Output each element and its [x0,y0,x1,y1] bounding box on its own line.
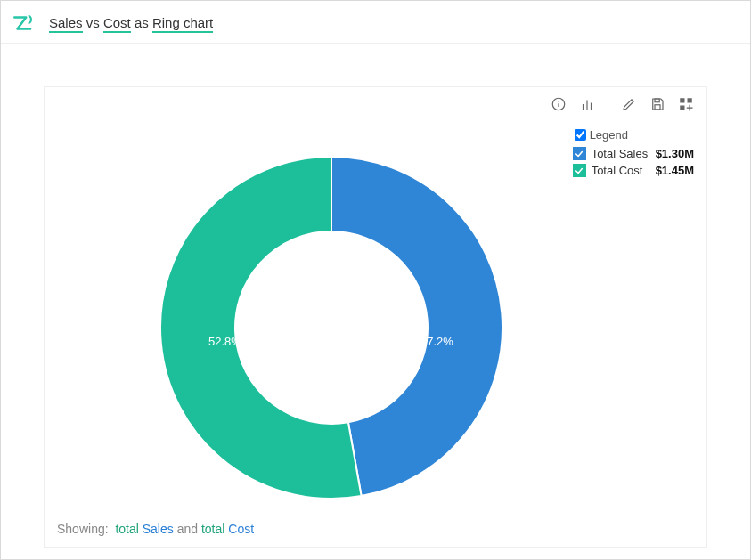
caption-total1: total [115,522,138,536]
caption-prefix: Showing: [57,522,109,536]
slice-label-cost: 52.8% [208,335,241,348]
zia-logo-icon [12,12,35,35]
showing-caption: Showing: total Sales and total Cost [45,513,706,547]
slice-label-sales: 47.2% [420,335,453,348]
info-icon[interactable] [551,96,567,112]
donut-chart: 47.2% 52.8% [153,150,510,506]
add-widget-icon[interactable] [678,96,694,112]
svg-rect-10 [680,106,684,110]
caption-total2: total [201,522,224,536]
chart-area: 47.2% 52.8% [45,112,706,513]
query-header: Sales vs Cost as Ring chart [1,1,750,44]
svg-rect-8 [680,98,684,102]
toolbar-separator [608,96,608,112]
caption-and: and [177,522,198,536]
svg-rect-6 [655,99,659,102]
query-token-cost: Cost [103,15,131,33]
edit-icon[interactable] [621,96,637,112]
query-input[interactable]: Sales vs Cost as Ring chart [45,10,739,36]
svg-rect-7 [655,105,660,110]
caption-cost: Cost [228,522,254,536]
chart-card: Legend Total Sales $1.30M Total Cost $1.… [44,86,707,548]
svg-rect-9 [688,98,692,102]
query-token-ring: Ring chart [152,15,213,33]
save-icon[interactable] [649,96,665,112]
chart-type-icon[interactable] [579,96,595,112]
chart-toolbar [45,87,706,112]
query-token-sales: Sales [49,15,83,33]
caption-sales: Sales [143,522,174,536]
svg-point-2 [558,101,559,101]
